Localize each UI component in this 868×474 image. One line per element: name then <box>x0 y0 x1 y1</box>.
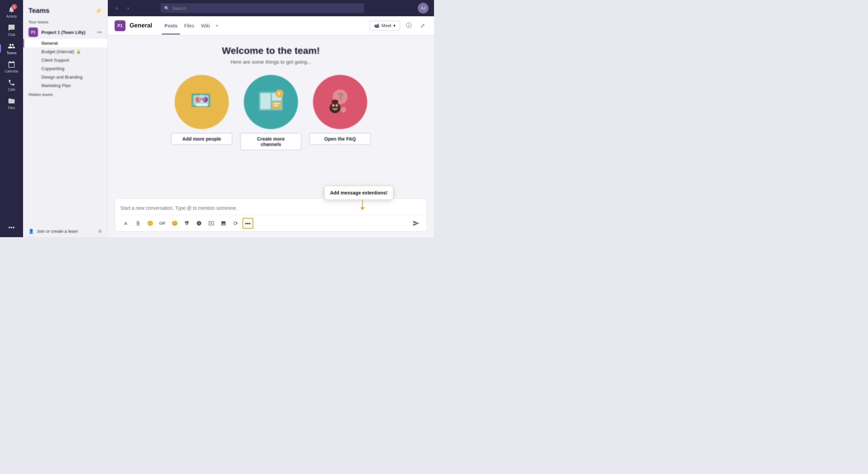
svg-rect-8 <box>260 93 271 109</box>
search-bar[interactable]: 🔍 Search <box>161 3 364 13</box>
welcome-title: Welcome to the team! <box>222 45 320 56</box>
app-sidebar: 1 Activity Chat Teams Calendar Calls Fil… <box>0 0 23 237</box>
attach-button[interactable] <box>133 218 143 229</box>
sidebar-item-files[interactable]: Files <box>0 94 23 112</box>
compose-area: A 🙂 GIF 😊 <box>108 198 434 237</box>
search-placeholder: Search <box>172 6 186 11</box>
faq-card-illustration: ? <box>313 75 367 129</box>
header-icons: 📹 Meet ▾ ⓘ ⤢ <box>370 21 427 30</box>
back-button[interactable]: ‹ <box>113 4 120 13</box>
welcome-subtitle: Here are some things to get going... <box>231 59 311 65</box>
info-button[interactable]: ⓘ <box>404 21 414 30</box>
svg-point-22 <box>341 107 346 112</box>
schedule-button[interactable] <box>194 218 204 229</box>
channel-budget[interactable]: Budget (Internal) 🔒 <box>23 47 107 56</box>
sidebar-item-calendar[interactable]: Calendar <box>0 58 23 76</box>
add-more-people-button[interactable]: Add more people <box>171 133 232 145</box>
sidebar-label-chat: Chat <box>8 33 15 37</box>
gif-button[interactable]: GIF <box>157 218 168 229</box>
hidden-teams-label: Hidden teams <box>23 90 107 98</box>
svg-point-20 <box>336 104 338 106</box>
tooltip-text: Add message extentions! <box>330 190 388 195</box>
sticker-button[interactable]: 😊 <box>169 218 180 229</box>
image-button[interactable] <box>218 218 229 229</box>
channel-client-support[interactable]: Client Support <box>23 56 107 64</box>
meet-button[interactable]: 📹 Meet ▾ <box>370 21 400 30</box>
lock-icon: 🔒 <box>76 49 81 54</box>
compose-input[interactable] <box>120 204 421 215</box>
channel-design-branding[interactable]: Design and Branding <box>23 73 107 81</box>
tooltip-box: Add message extentions! <box>324 186 393 200</box>
video-button[interactable] <box>206 218 217 229</box>
meet-dropdown-arrow[interactable]: ▾ <box>393 23 396 28</box>
settings-icon[interactable]: ⚙ <box>98 229 102 234</box>
channel-team-avatar: P1 <box>115 20 125 31</box>
open-faq-button[interactable]: Open the FAQ <box>310 133 371 145</box>
compose-box: A 🙂 GIF 😊 <box>115 198 427 232</box>
team-name-project1: Project 1 (Team Lilly) <box>41 30 94 35</box>
filter-icon[interactable]: ⚡ <box>95 7 102 14</box>
top-bar: ‹ › 🔍 Search AJ <box>108 0 434 16</box>
sidebar-item-teams[interactable]: Teams <box>0 39 23 58</box>
your-teams-label: Your teams <box>23 17 107 25</box>
person-add-icon: 👤 <box>28 229 34 234</box>
sidebar-label-activity: Activity <box>6 15 17 18</box>
send-button[interactable] <box>411 218 421 229</box>
praise-button[interactable] <box>181 218 192 229</box>
svg-rect-4 <box>196 104 208 106</box>
channel-general[interactable]: General <box>23 39 107 47</box>
svg-rect-11 <box>273 103 280 104</box>
activity-badge: 1 <box>12 4 17 9</box>
add-tab-button[interactable]: + <box>214 21 220 30</box>
teams-panel-title: Teams <box>28 7 50 15</box>
welcome-card-channels: # Create more channels <box>240 75 301 150</box>
svg-text:+: + <box>200 96 203 102</box>
channels-card-illustration: # <box>244 75 298 129</box>
welcome-card-people: + Add more people <box>171 75 232 150</box>
welcome-area: Welcome to the team! Here are some thing… <box>108 35 434 198</box>
sidebar-label-calls: Calls <box>8 88 15 91</box>
welcome-card-faq: ? Open the FAQ <box>310 75 371 150</box>
main-content: ‹ › 🔍 Search AJ P1 General Posts Files W… <box>108 0 434 237</box>
teams-panel: Teams ⚡ Your teams P1 Project 1 (Team Li… <box>23 0 108 237</box>
channel-marketing-plan[interactable]: Marketing Plan <box>23 81 107 90</box>
teams-header: Teams ⚡ <box>23 0 107 17</box>
emoji-button[interactable]: 🙂 <box>145 218 156 229</box>
forward-button[interactable]: › <box>124 4 132 13</box>
team-project1[interactable]: P1 Project 1 (Team Lilly) ••• <box>23 25 107 39</box>
welcome-cards: + Add more people <box>171 75 371 150</box>
people-card-illustration: + <box>175 75 229 129</box>
channel-tabs: Posts Files Wiki + <box>162 21 220 30</box>
channel-copywriting[interactable]: Copywriting <box>23 64 107 73</box>
tab-files[interactable]: Files <box>181 22 197 30</box>
channel-body: Welcome to the team! Here are some thing… <box>108 35 434 237</box>
tooltip-arrow <box>362 200 363 210</box>
user-avatar[interactable]: AJ <box>418 3 429 14</box>
sidebar-item-activity[interactable]: 1 Activity <box>0 3 23 21</box>
camera-icon: 📹 <box>374 23 379 28</box>
loop-button[interactable]: ⟳ <box>230 218 241 229</box>
tab-wiki[interactable]: Wiki <box>198 22 213 30</box>
tooltip-container: Add message extentions! <box>324 186 393 200</box>
svg-text:#: # <box>278 91 280 96</box>
expand-button[interactable]: ⤢ <box>418 21 427 30</box>
search-icon: 🔍 <box>164 6 170 11</box>
tab-posts[interactable]: Posts <box>162 22 180 30</box>
sidebar-label-teams: Teams <box>6 51 16 55</box>
team-more-icon[interactable]: ••• <box>97 29 102 35</box>
format-button[interactable]: A <box>120 218 131 229</box>
svg-text:?: ? <box>338 91 343 102</box>
sidebar-item-calls[interactable]: Calls <box>0 76 23 94</box>
svg-point-21 <box>332 100 338 104</box>
sidebar-item-more[interactable]: ••• <box>0 221 23 234</box>
sidebar-label-files: Files <box>8 106 15 110</box>
channel-name: General <box>130 22 152 29</box>
create-channels-button[interactable]: Create more channels <box>240 133 301 150</box>
svg-rect-12 <box>273 105 278 106</box>
sidebar-label-calendar: Calendar <box>5 69 19 73</box>
channel-header: P1 General Posts Files Wiki + 📹 Meet ▾ ⓘ… <box>108 16 434 35</box>
join-create-team-button[interactable]: 👤 Join or create a team ⚙ <box>23 225 107 237</box>
more-toolbar-button[interactable]: ••• <box>242 218 253 229</box>
sidebar-item-chat[interactable]: Chat <box>0 21 23 39</box>
compose-toolbar: A 🙂 GIF 😊 <box>120 215 421 231</box>
